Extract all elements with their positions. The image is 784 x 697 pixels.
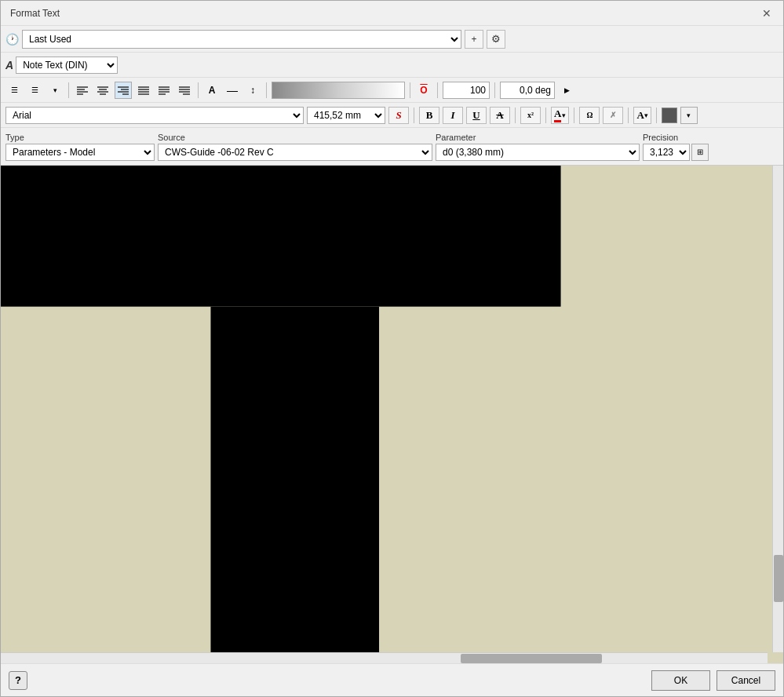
separator3 (266, 82, 267, 98)
font-format-row: Arial 415,52 mm S B I U A x² A ▾ Ω ✗ A ▾ (1, 103, 783, 128)
canvas-area[interactable] (1, 166, 783, 663)
precision-group: Precision 3,123 ⊞ (643, 133, 709, 161)
font-color-button[interactable]: A ▾ (551, 107, 569, 124)
separator6 (494, 82, 495, 98)
type-group: Type Parameters - Model (5, 133, 155, 161)
separator11 (628, 108, 629, 123)
precision-label: Precision (643, 133, 709, 142)
align-left-icon (77, 86, 88, 95)
line-spacing-button[interactable]: ↕ (244, 82, 261, 99)
bg-color-label: A (636, 109, 644, 122)
separator12 (656, 108, 657, 123)
separator5 (437, 82, 438, 98)
dialog-title: Format Text (10, 8, 60, 19)
t-shape-preview (1, 166, 783, 663)
align-justify-icon (159, 86, 170, 95)
bullet-list-button[interactable]: ☰ (26, 82, 43, 99)
align-justify-right-button[interactable] (176, 82, 193, 99)
format-text-dialog: Format Text ✕ 🕐 Last Used + ⚙ A Note Tex… (0, 0, 784, 697)
source-label: Source (158, 133, 432, 142)
separator1 (68, 82, 69, 98)
strikethrough-button[interactable]: A (490, 107, 510, 124)
dash-button[interactable]: — (224, 82, 241, 99)
angle-dropdown-button[interactable]: ▶ (558, 82, 575, 99)
precision-select[interactable]: 3,123 (643, 144, 690, 161)
settings-button[interactable]: ⚙ (487, 30, 505, 49)
bold-button[interactable]: B (419, 107, 439, 124)
color-bar (272, 82, 405, 99)
checkbox-dropdown-button[interactable]: ▾ (680, 107, 698, 124)
scale-input[interactable] (443, 82, 490, 99)
font-color-a-label: A (554, 108, 561, 122)
bg-color-dropdown-icon: ▾ (644, 111, 648, 119)
separator9 (545, 108, 546, 123)
cancel-button[interactable]: Cancel (717, 670, 775, 691)
separator8 (515, 108, 516, 123)
numbered-list-button[interactable]: ☰ (5, 82, 23, 99)
add-style-button[interactable]: + (465, 30, 483, 49)
style-preset-row: 🕐 Last Used + ⚙ (1, 26, 783, 53)
text-style-icon: A (5, 59, 13, 71)
vertical-scrollbar[interactable] (772, 166, 783, 652)
separator10 (574, 108, 574, 123)
angle-input[interactable] (500, 82, 555, 99)
separator7 (414, 108, 414, 123)
type-label: Type (5, 133, 155, 142)
align-justify-left-icon (138, 86, 149, 95)
font-size-icon-button[interactable]: A (203, 82, 221, 99)
align-justify-left-button[interactable] (135, 82, 152, 99)
source-group: Source CWS-Guide -06-02 Rev C (158, 133, 432, 161)
font-size-select[interactable]: 415,52 mm (307, 107, 385, 124)
superscript-button[interactable]: x² (520, 107, 541, 124)
svg-rect-25 (210, 307, 379, 655)
symbol-button[interactable]: O (415, 82, 432, 99)
checkbox-area[interactable] (662, 108, 677, 123)
erase-format-button[interactable]: ✗ (603, 107, 623, 124)
align-left-button[interactable] (74, 82, 91, 99)
list-dropdown-button[interactable]: ▾ (46, 82, 64, 99)
title-bar: Format Text ✕ (1, 1, 783, 26)
italic-button[interactable]: I (443, 107, 463, 124)
char-map-button[interactable]: Ω (579, 107, 600, 124)
source-select[interactable]: CWS-Guide -06-02 Rev C (158, 144, 432, 161)
align-center-icon (97, 86, 108, 95)
svg-rect-24 (1, 166, 561, 307)
note-style-select[interactable]: Note Text (DIN) (16, 57, 118, 74)
parameter-group: Parameter d0 (3,380 mm) (436, 133, 640, 161)
ok-button[interactable]: OK (651, 670, 710, 691)
align-center-button[interactable] (94, 82, 111, 99)
precision-extra-button[interactable]: ⊞ (691, 144, 709, 161)
font-color-dropdown-icon: ▾ (562, 111, 566, 119)
font-select[interactable]: Arial (5, 107, 304, 124)
align-justify-button[interactable] (155, 82, 173, 99)
parameter-label: Parameter (436, 133, 640, 142)
align-right-icon (118, 86, 129, 95)
last-used-select[interactable]: Last Used (22, 30, 461, 49)
underline-button[interactable]: U (466, 107, 487, 124)
bg-color-button[interactable]: A ▾ (633, 107, 651, 124)
horizontal-scrollbar-thumb[interactable] (461, 654, 602, 663)
note-style-row: A Note Text (DIN) (1, 53, 783, 78)
parameter-row: Type Parameters - Model Source CWS-Guide… (1, 128, 783, 166)
separator2 (198, 82, 199, 98)
type-select[interactable]: Parameters - Model (5, 144, 155, 161)
align-right-button[interactable] (115, 82, 132, 99)
close-button[interactable]: ✕ (760, 6, 774, 20)
precision-row: 3,123 ⊞ (643, 144, 709, 161)
horizontal-scrollbar[interactable] (1, 652, 768, 663)
parameter-select[interactable]: d0 (3,380 mm) (436, 144, 640, 161)
alignment-toolbar: ☰ ☰ ▾ A — ↕ O (1, 78, 783, 103)
footer-bar: ? OK Cancel (1, 663, 783, 696)
separator4 (410, 82, 410, 98)
text-style-s-button[interactable]: S (388, 107, 409, 124)
clock-icon: 🕐 (5, 33, 19, 46)
align-justify-right-icon (179, 86, 190, 95)
help-button[interactable]: ? (9, 671, 27, 690)
vertical-scrollbar-thumb[interactable] (774, 555, 783, 602)
